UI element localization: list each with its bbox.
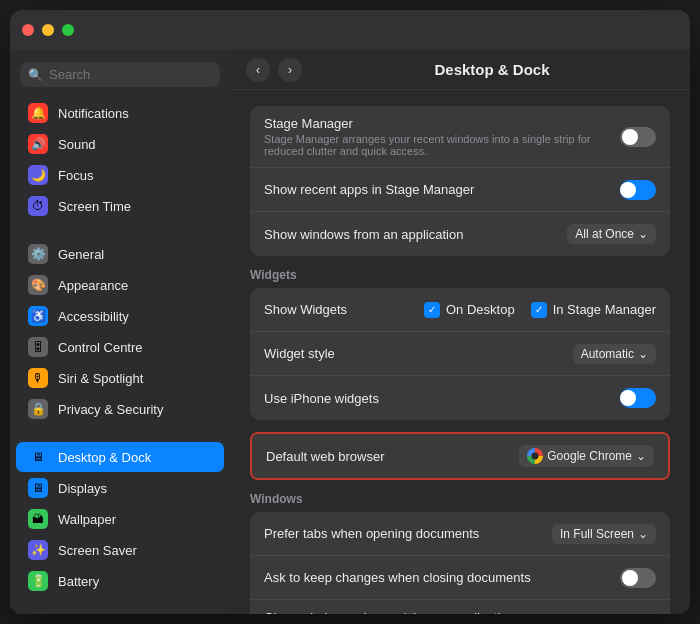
screen-saver-icon: ✨ (28, 540, 48, 560)
default-browser-dropdown[interactable]: Google Chrome ⌄ (519, 445, 654, 467)
search-input[interactable] (49, 67, 212, 82)
privacy-icon: 🔒 (28, 399, 48, 419)
close-windows-label: Close windows when quitting an applicati… (264, 610, 620, 614)
show-windows-dropdown[interactable]: All at Once ⌄ (567, 224, 656, 244)
desktop-dock-label: Desktop & Dock (58, 450, 151, 465)
default-browser-row: Default web browser Google Chrome ⌄ (252, 434, 668, 478)
sidebar-item-privacy-security[interactable]: 🔒 Privacy & Security (16, 394, 224, 424)
toggle-knob (622, 129, 638, 145)
sound-icon: 🔊 (28, 134, 48, 154)
close-windows-row: Close windows when quitting an applicati… (250, 600, 670, 614)
sidebar-item-sound[interactable]: 🔊 Sound (16, 129, 224, 159)
focus-label: Focus (58, 168, 93, 183)
show-recent-apps-label: Show recent apps in Stage Manager (264, 182, 620, 197)
iphone-widgets-label: Use iPhone widgets (264, 391, 620, 406)
close-button[interactable] (22, 24, 34, 36)
screen-time-label: Screen Time (58, 199, 131, 214)
toggle-knob (620, 182, 636, 198)
sidebar-item-control-centre[interactable]: 🎛 Control Centre (16, 332, 224, 362)
default-browser-highlight: Default web browser Google Chrome ⌄ (250, 432, 670, 480)
screen-saver-label: Screen Saver (58, 543, 137, 558)
ask-keep-changes-row: Ask to keep changes when closing documen… (250, 556, 670, 600)
screen-time-icon: ⏱ (28, 196, 48, 216)
sound-label: Sound (58, 137, 96, 152)
sidebar-item-notifications[interactable]: 🔔 Notifications (16, 98, 224, 128)
windows-section-label: Windows (250, 492, 670, 506)
stage-manager-group: Stage Manager Stage Manager arranges you… (250, 106, 670, 256)
main-header: ‹ › Desktop & Dock (230, 50, 690, 90)
iphone-widgets-row: Use iPhone widgets (250, 376, 670, 420)
default-browser-label: Default web browser (266, 449, 519, 464)
sidebar-item-wallpaper[interactable]: 🏔 Wallpaper (16, 504, 224, 534)
control-centre-label: Control Centre (58, 340, 143, 355)
battery-icon: 🔋 (28, 571, 48, 591)
search-icon: 🔍 (28, 68, 43, 82)
sidebar: 🔍 🔔 Notifications 🔊 Sound 🌙 Focus (10, 50, 230, 614)
privacy-label: Privacy & Security (58, 402, 163, 417)
widget-style-label: Widget style (264, 346, 573, 361)
siri-label: Siri & Spotlight (58, 371, 143, 386)
show-recent-apps-row: Show recent apps in Stage Manager (250, 168, 670, 212)
sidebar-item-screen-saver[interactable]: ✨ Screen Saver (16, 535, 224, 565)
stage-manager-toggle[interactable] (620, 127, 656, 147)
chrome-icon (527, 448, 543, 464)
focus-icon: 🌙 (28, 165, 48, 185)
accessibility-label: Accessibility (58, 309, 129, 324)
show-windows-label: Show windows from an application (264, 227, 567, 242)
widgets-section-label: Widgets (250, 268, 670, 282)
sidebar-section-3: 🖥 Desktop & Dock 🖥 Displays 🏔 Wallpaper … (10, 441, 230, 597)
sidebar-section-4: 🔒 Lock Screen 👆 Touch ID & Password (10, 613, 230, 614)
search-bar[interactable]: 🔍 (20, 62, 220, 87)
accessibility-icon: ♿ (28, 306, 48, 326)
sidebar-item-accessibility[interactable]: ♿ Accessibility (16, 301, 224, 331)
sidebar-item-focus[interactable]: 🌙 Focus (16, 160, 224, 190)
sidebar-item-displays[interactable]: 🖥 Displays (16, 473, 224, 503)
wallpaper-icon: 🏔 (28, 509, 48, 529)
in-stage-manager-option[interactable]: ✓ In Stage Manager (531, 302, 656, 318)
minimize-button[interactable] (42, 24, 54, 36)
on-desktop-option[interactable]: ✓ On Desktop (424, 302, 515, 318)
windows-group: Prefer tabs when opening documents In Fu… (250, 512, 670, 614)
on-desktop-checkbox: ✓ (424, 302, 440, 318)
prefer-tabs-dropdown[interactable]: In Full Screen ⌄ (552, 524, 656, 544)
back-button[interactable]: ‹ (246, 58, 270, 82)
wallpaper-label: Wallpaper (58, 512, 116, 527)
general-label: General (58, 247, 104, 262)
show-windows-row: Show windows from an application All at … (250, 212, 670, 256)
main-body: Stage Manager Stage Manager arranges you… (230, 90, 690, 614)
control-centre-icon: 🎛 (28, 337, 48, 357)
sidebar-item-appearance[interactable]: 🎨 Appearance (16, 270, 224, 300)
sidebar-item-desktop-dock[interactable]: 🖥 Desktop & Dock (16, 442, 224, 472)
desktop-dock-icon: 🖥 (28, 447, 48, 467)
titlebar (10, 10, 690, 50)
show-widgets-label: Show Widgets (264, 302, 424, 317)
sidebar-item-siri-spotlight[interactable]: 🎙 Siri & Spotlight (16, 363, 224, 393)
ask-keep-changes-label: Ask to keep changes when closing documen… (264, 570, 620, 585)
appearance-icon: 🎨 (28, 275, 48, 295)
sidebar-item-battery[interactable]: 🔋 Battery (16, 566, 224, 596)
battery-label: Battery (58, 574, 99, 589)
widget-style-dropdown[interactable]: Automatic ⌄ (573, 344, 656, 364)
displays-label: Displays (58, 481, 107, 496)
ask-keep-changes-toggle[interactable] (620, 568, 656, 588)
page-title: Desktop & Dock (310, 61, 674, 78)
toggle-knob (622, 570, 638, 586)
maximize-button[interactable] (62, 24, 74, 36)
show-widgets-row: Show Widgets ✓ On Desktop ✓ In Stage Man… (250, 288, 670, 332)
in-stage-manager-checkbox: ✓ (531, 302, 547, 318)
general-icon: ⚙️ (28, 244, 48, 264)
stage-manager-row: Stage Manager Stage Manager arranges you… (250, 106, 670, 168)
prefer-tabs-label: Prefer tabs when opening documents (264, 526, 552, 541)
sidebar-item-general[interactable]: ⚙️ General (16, 239, 224, 269)
notifications-label: Notifications (58, 106, 129, 121)
widgets-group: Show Widgets ✓ On Desktop ✓ In Stage Man… (250, 288, 670, 420)
displays-icon: 🖥 (28, 478, 48, 498)
widget-style-row: Widget style Automatic ⌄ (250, 332, 670, 376)
sidebar-item-screen-time[interactable]: ⏱ Screen Time (16, 191, 224, 221)
show-recent-apps-toggle[interactable] (620, 180, 656, 200)
prefer-tabs-row: Prefer tabs when opening documents In Fu… (250, 512, 670, 556)
siri-icon: 🎙 (28, 368, 48, 388)
toggle-knob (620, 390, 636, 406)
iphone-widgets-toggle[interactable] (620, 388, 656, 408)
forward-button[interactable]: › (278, 58, 302, 82)
